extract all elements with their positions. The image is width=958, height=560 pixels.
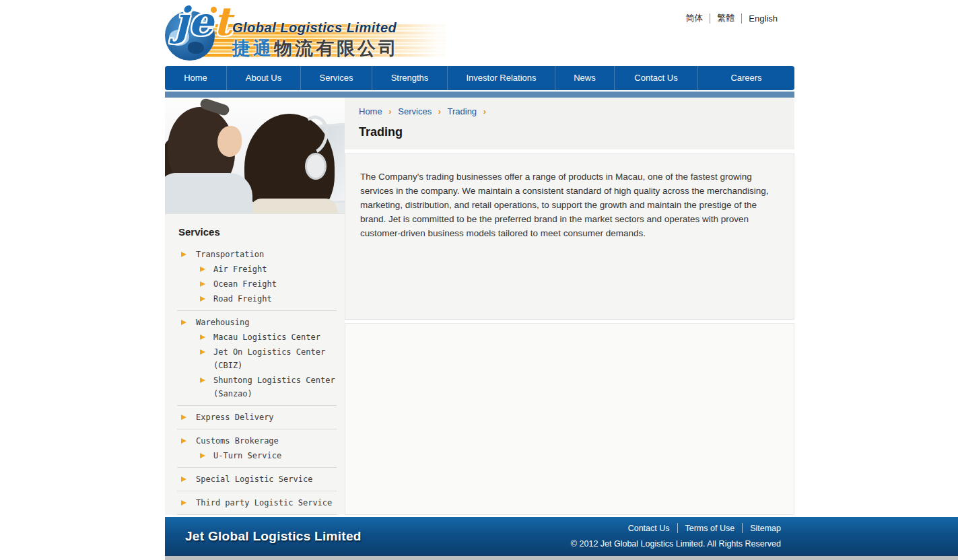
- sidebar-title: Services: [178, 226, 337, 238]
- sidebar-item-special-logistic-service[interactable]: Special Logistic Service: [177, 473, 337, 486]
- menu-group-third-party-logistic-service: Third party Logistic Service: [177, 493, 337, 515]
- arrow-icon: [200, 335, 205, 340]
- sidebar-item-third-party-logistic-service[interactable]: Third party Logistic Service: [177, 496, 337, 510]
- menu-group-warehousing: Warehousing Macau Logistics Center Jet O…: [177, 312, 337, 406]
- nav-item-about-us[interactable]: About Us: [227, 66, 301, 90]
- footer-links: Contact Us Terms of Use Sitemap: [571, 523, 781, 533]
- footer-copyright: © 2012 Jet Global Logistics Limited. All…: [571, 539, 781, 549]
- footer-link-sitemap[interactable]: Sitemap: [743, 524, 781, 533]
- sidebar-item-u-turn-service[interactable]: U-Turn Service: [177, 449, 337, 462]
- lang-link-traditional-chinese[interactable]: 繁體: [710, 12, 741, 24]
- arrow-icon: [200, 453, 205, 458]
- menu-group-express-delivery: Express Delivery: [177, 407, 337, 429]
- nav-item-contact-us[interactable]: Contact Us: [615, 66, 698, 90]
- content-panel: The Company's trading businesses offer a…: [345, 153, 794, 320]
- company-logo[interactable]: jet Global Logistics Limited 捷通物流有限公司: [165, 5, 454, 62]
- services-menu: Services Transportation Air Freight Ocea…: [165, 214, 345, 560]
- nav-item-news[interactable]: News: [555, 66, 615, 90]
- breadcrumb: Home › Services › Trading ›: [359, 106, 781, 116]
- footer-right: Contact Us Terms of Use Sitemap © 2012 J…: [571, 523, 781, 549]
- arrow-icon: [181, 477, 186, 482]
- breadcrumb-link-home[interactable]: Home: [359, 106, 382, 116]
- menu-group-customs-brokerage: Customs Brokerage U-Turn Service: [177, 431, 337, 468]
- headset-earcup-shape: [305, 153, 327, 180]
- main-content: Home › Services › Trading › Trading The …: [345, 98, 794, 515]
- language-switcher: 简体 繁體 English: [679, 12, 784, 24]
- call-center-photo: [165, 98, 345, 214]
- logo-orange-dot: [209, 5, 218, 14]
- arrow-icon: [200, 296, 205, 302]
- lang-link-english[interactable]: English: [742, 13, 784, 24]
- arrow-icon: [200, 378, 205, 383]
- arrow-icon: [181, 438, 186, 444]
- bottom-strip: [165, 556, 958, 560]
- nav-item-strengths[interactable]: Strengths: [372, 66, 448, 90]
- arrow-icon: [181, 252, 186, 257]
- sidebar-item-customs-brokerage[interactable]: Customs Brokerage: [177, 434, 337, 448]
- header: jet Global Logistics Limited 捷通物流有限公司 简体…: [165, 0, 794, 66]
- content-empty-panel: [345, 323, 794, 515]
- sidebar: Services Transportation Air Freight Ocea…: [165, 98, 345, 515]
- sidebar-item-jet-on-logistics-center-cbiz[interactable]: Jet On Logistics Center (CBIZ): [177, 345, 337, 372]
- sidebar-item-shuntong-logistics-center-sanzao[interactable]: Shuntong Logistics Center (Sanzao): [177, 374, 337, 400]
- page-container: jet Global Logistics Limited 捷通物流有限公司 简体…: [165, 0, 794, 98]
- logo-jet-wordmark: jet: [174, 0, 232, 44]
- footer-company-name: Jet Global Logistics Limited: [185, 529, 362, 544]
- sidebar-item-road-freight[interactable]: Road Freight: [177, 292, 337, 306]
- sidebar-item-macau-logistics-center[interactable]: Macau Logistics Center: [177, 330, 337, 344]
- main-navigation: Home About Us Services Strengths Investo…: [165, 66, 794, 90]
- arrow-icon: [181, 320, 186, 325]
- nav-item-investor-relations[interactable]: Investor Relations: [448, 66, 555, 90]
- title-panel: Home › Services › Trading › Trading: [345, 98, 794, 149]
- arrow-icon: [181, 500, 186, 505]
- sidebar-item-warehousing[interactable]: Warehousing: [177, 316, 337, 329]
- sidebar-item-express-delivery[interactable]: Express Delivery: [177, 411, 337, 424]
- sidebar-item-air-freight[interactable]: Air Freight: [177, 262, 337, 276]
- breadcrumb-separator: ›: [438, 106, 441, 116]
- arrow-icon: [181, 415, 186, 420]
- sidebar-item-ocean-freight[interactable]: Ocean Freight: [177, 277, 337, 291]
- logo-company-name-zh: 捷通物流有限公司: [232, 36, 399, 61]
- nav-item-services[interactable]: Services: [301, 66, 372, 90]
- arrow-icon: [200, 349, 205, 355]
- arrow-icon: [200, 281, 205, 287]
- sidebar-item-transportation[interactable]: Transportation: [177, 248, 337, 261]
- footer-link-contact-us[interactable]: Contact Us: [621, 524, 677, 533]
- lang-link-simplified-chinese[interactable]: 简体: [679, 12, 710, 24]
- breadcrumb-link-trading[interactable]: Trading: [448, 106, 477, 116]
- logo-text: Global Logistics Limited 捷通物流有限公司: [232, 20, 399, 61]
- page-title: Trading: [359, 125, 781, 139]
- menu-group-transportation: Transportation Air Freight Ocean Freight…: [177, 244, 337, 311]
- breadcrumb-separator: ›: [483, 106, 486, 116]
- breadcrumb-separator: ›: [388, 106, 391, 116]
- footer: Jet Global Logistics Limited Contact Us …: [165, 517, 958, 556]
- logo-company-name-en: Global Logistics Limited: [232, 20, 399, 36]
- footer-link-terms-of-use[interactable]: Terms of Use: [678, 524, 743, 533]
- nav-item-home[interactable]: Home: [165, 66, 227, 90]
- arrow-icon: [200, 267, 205, 272]
- menu-group-special-logistic-service: Special Logistic Service: [177, 469, 337, 491]
- body-paragraph: The Company's trading businesses offer a…: [360, 170, 779, 240]
- nav-item-careers[interactable]: Careers: [698, 66, 794, 90]
- breadcrumb-link-services[interactable]: Services: [398, 106, 432, 116]
